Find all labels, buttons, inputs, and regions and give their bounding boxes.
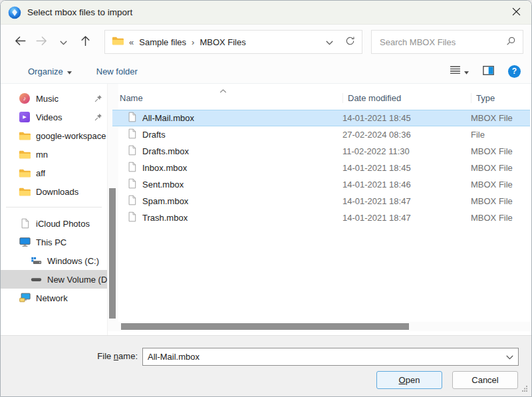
document-icon (18, 218, 31, 229)
help-button[interactable]: ? (508, 65, 521, 78)
breadcrumb-sample-files[interactable]: Sample files (139, 37, 186, 47)
file-row-name: Sent.mbox (112, 178, 342, 191)
column-header-date-modified[interactable]: Date modified (342, 93, 471, 103)
chevron-down-icon (60, 36, 67, 48)
folder-icon (18, 168, 31, 178)
search-box (371, 30, 523, 54)
sidebar-item-music[interactable]: ♪ Music (1, 89, 107, 108)
drive-windows-icon (29, 257, 43, 265)
sort-ascending-icon (219, 85, 227, 95)
sidebar-item-label: aff (36, 168, 45, 178)
file-row-type: MBOX File (471, 196, 530, 206)
document-icon (128, 128, 136, 141)
sidebar-item-new-volume-d[interactable]: New Volume (D: (1, 270, 107, 289)
document-icon (128, 195, 136, 207)
file-row-name: Spam.mbox (112, 195, 342, 207)
sidebar-item-mn[interactable]: mn (1, 145, 107, 164)
new-folder-label: New folder (96, 66, 138, 76)
view-caret-down-icon (464, 66, 469, 76)
file-row-date-modified: 14-01-2021 18:46 (342, 180, 471, 190)
file-row-type: MBOX File (471, 180, 530, 190)
organize-label: Organize (28, 66, 63, 76)
preview-pane-button[interactable] (483, 66, 494, 77)
music-icon: ♪ (18, 93, 31, 104)
file-name-dropdown-button[interactable] (501, 348, 518, 365)
forward-button[interactable] (31, 31, 53, 53)
cancel-button[interactable]: Cancel (452, 371, 518, 389)
file-row-name: Trash.mbox (112, 211, 342, 224)
file-name-combobox (142, 348, 519, 366)
document-icon (128, 112, 136, 124)
breadcrumb-collapse[interactable]: « (129, 37, 134, 47)
recent-locations-button[interactable] (53, 31, 74, 53)
video-icon: ▶ (18, 112, 31, 122)
sidebar-item-google-workspace[interactable]: google-workspace (1, 126, 107, 145)
sidebar-item-this-pc[interactable]: This PC (1, 233, 107, 251)
sidebar-item-label: Music (36, 94, 59, 104)
close-icon (512, 7, 521, 19)
sidebar-item-windows-c[interactable]: Windows (C:) (1, 251, 107, 270)
file-name-input[interactable] (143, 352, 501, 362)
address-bar[interactable]: « Sample files › MBOX Files (104, 30, 362, 54)
file-row-name: Drafts (112, 128, 342, 141)
column-header-type[interactable]: Type (471, 93, 531, 103)
file-row-drafts[interactable]: Drafts 27-02-2024 08:36 File (112, 126, 530, 143)
file-row-date-modified: 14-01-2021 18:45 (342, 163, 471, 173)
file-row-type: MBOX File (471, 163, 530, 173)
list-horizontal-scrollbar-track[interactable] (108, 322, 531, 331)
document-icon (128, 145, 136, 158)
file-row-date-modified: 11-02-2022 11:30 (342, 146, 471, 156)
address-dropdown-chevron-icon[interactable] (326, 37, 333, 47)
file-row-type: MBOX File (471, 213, 530, 223)
file-row-drafts-mbox[interactable]: Drafts.mbox 11-02-2022 11:30 MBOX File (112, 143, 530, 160)
organize-button[interactable]: Organize (28, 66, 72, 76)
open-label: Open (399, 375, 420, 385)
file-row-inbox-mbox[interactable]: Inbox.mbox 14-01-2021 18:45 MBOX File (112, 160, 530, 176)
command-toolbar: Organize New folder ? (1, 59, 531, 84)
file-row-spam-mbox[interactable]: Spam.mbox 14-01-2021 18:47 MBOX File (112, 193, 530, 209)
file-list-pane: Name Date modified Type All-Mail.mbox 14… (107, 84, 531, 335)
sidebar-item-label: iCloud Photos (36, 219, 90, 229)
monitor-icon (18, 237, 31, 247)
network-icon (18, 293, 31, 303)
search-input[interactable] (378, 37, 506, 48)
dialog-title: Select mbox files to import (27, 7, 132, 17)
caret-down-icon (67, 66, 72, 76)
file-row-trash-mbox[interactable]: Trash.mbox 14-01-2021 18:47 MBOX File (112, 209, 530, 226)
document-icon (128, 178, 136, 191)
file-open-dialog: Select mbox files to import « Sample fil… (0, 0, 532, 397)
breadcrumb-mbox-files[interactable]: MBOX Files (200, 37, 245, 47)
sidebar-item-network[interactable]: Network (1, 289, 107, 307)
open-button[interactable]: Open (376, 371, 442, 389)
search-icon (506, 36, 516, 49)
resize-grip[interactable] (521, 384, 528, 394)
back-button[interactable] (9, 31, 31, 53)
up-button[interactable] (74, 31, 96, 53)
close-button[interactable] (501, 1, 531, 24)
sidebar-item-downloads[interactable]: Downloads (1, 182, 107, 201)
file-rows: All-Mail.mbox 14-01-2021 18:45 MBOX File… (108, 108, 531, 226)
preview-pane-icon (483, 67, 494, 77)
folder-icon (112, 36, 124, 48)
file-row-all-mail-mbox[interactable]: All-Mail.mbox 14-01-2021 18:45 MBOX File (112, 110, 530, 126)
file-row-name: Inbox.mbox (112, 162, 342, 174)
sidebar-item-label: New Volume (D: (47, 275, 107, 285)
new-folder-button[interactable]: New folder (96, 66, 138, 76)
change-view-button[interactable] (450, 66, 469, 76)
sidebar-divider (6, 207, 102, 207)
pin-icon (94, 94, 102, 102)
file-row-type: MBOX File (471, 146, 530, 156)
navigation-bar: « Sample files › MBOX Files (1, 25, 531, 59)
file-row-name: All-Mail.mbox (112, 112, 342, 124)
sidebar-item-label: This PC (36, 237, 66, 247)
list-horizontal-scrollbar-thumb[interactable] (121, 323, 409, 330)
sidebar-item-icloud-photos[interactable]: iCloud Photos (1, 214, 107, 233)
refresh-icon[interactable] (345, 36, 355, 48)
sidebar-item-aff[interactable]: aff (1, 164, 107, 182)
app-logo-icon (8, 6, 21, 19)
drive-icon (29, 275, 43, 283)
file-row-sent-mbox[interactable]: Sent.mbox 14-01-2021 18:46 MBOX File (112, 176, 530, 193)
back-arrow-icon (14, 36, 26, 49)
sidebar-item-videos[interactable]: ▶ Videos (1, 108, 107, 126)
file-row-date-modified: 14-01-2021 18:47 (342, 213, 471, 223)
